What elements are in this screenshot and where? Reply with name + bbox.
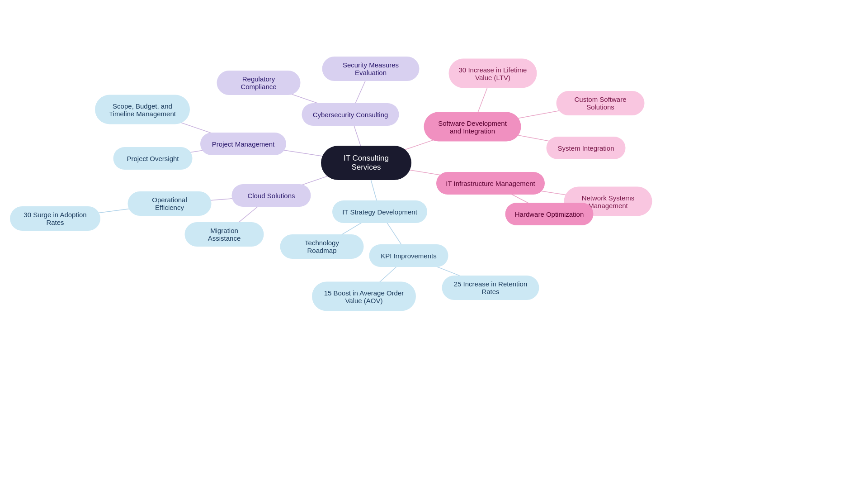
node-hardware_opt[interactable]: Hardware Optimization: [505, 203, 594, 225]
node-increase_ltv[interactable]: 30 Increase in Lifetime Value (LTV): [449, 59, 537, 88]
node-project_management[interactable]: Project Management: [200, 133, 286, 155]
node-center[interactable]: IT Consulting Services: [321, 146, 411, 180]
node-software_dev[interactable]: Software Development and Integration: [424, 112, 521, 142]
node-system_integration[interactable]: System Integration: [547, 137, 626, 159]
node-kpi_improvements[interactable]: KPI Improvements: [369, 244, 448, 267]
node-cybersecurity[interactable]: Cybersecurity Consulting: [302, 103, 399, 126]
node-scope_budget[interactable]: Scope, Budget, and Timeline Management: [95, 95, 190, 124]
node-migration_assistance[interactable]: Migration Assistance: [185, 222, 264, 247]
node-cloud_solutions[interactable]: Cloud Solutions: [232, 184, 311, 207]
node-technology_roadmap[interactable]: Technology Roadmap: [280, 234, 364, 259]
node-boost_aov[interactable]: 15 Boost in Average Order Value (AOV): [312, 282, 416, 311]
node-retention_rates[interactable]: 25 Increase in Retention Rates: [442, 276, 539, 300]
node-project_oversight[interactable]: Project Oversight: [113, 147, 193, 170]
node-security_measures[interactable]: Security Measures Evaluation: [322, 57, 420, 81]
node-operational_efficiency[interactable]: Operational Efficiency: [128, 191, 212, 216]
node-custom_software[interactable]: Custom Software Solutions: [557, 91, 645, 115]
node-it_infra[interactable]: IT Infrastructure Management: [436, 172, 545, 195]
mindmap-container: IT Consulting ServicesProject Management…: [0, 0, 868, 490]
node-it_strategy[interactable]: IT Strategy Development: [332, 200, 427, 223]
node-surge_adoption[interactable]: 30 Surge in Adoption Rates: [10, 206, 100, 231]
node-regulatory_compliance[interactable]: Regulatory Compliance: [217, 71, 301, 95]
